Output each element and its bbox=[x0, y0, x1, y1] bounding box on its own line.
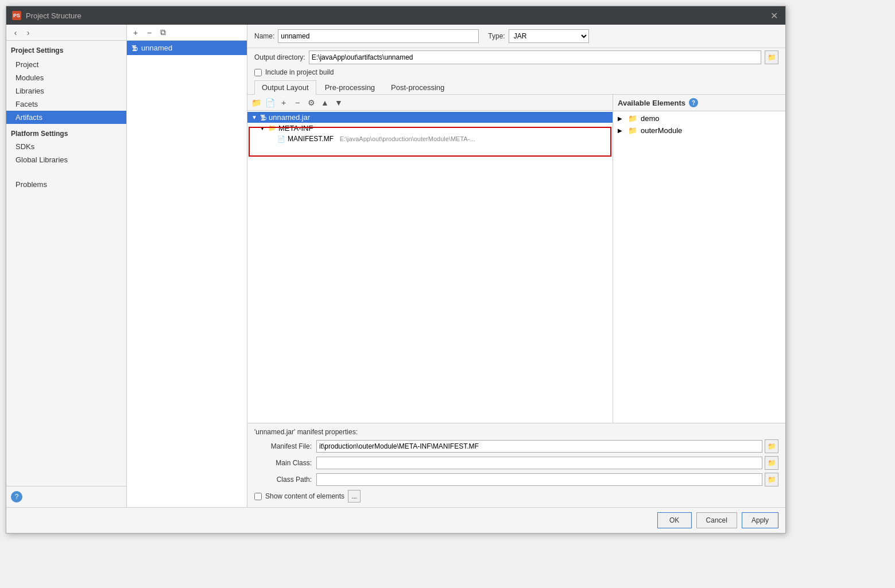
forward-button[interactable]: › bbox=[22, 27, 34, 38]
type-select[interactable]: JAR bbox=[509, 29, 589, 43]
type-field-row: Type: JAR bbox=[488, 29, 588, 43]
remove-artifact-button[interactable]: − bbox=[143, 26, 156, 39]
manifest-section: 'unnamed.jar' manifest properties: Manif… bbox=[247, 423, 785, 507]
show-content-checkbox[interactable] bbox=[254, 493, 262, 500]
cancel-button[interactable]: Cancel bbox=[696, 512, 737, 528]
dialog-title: Project Structure bbox=[26, 11, 82, 20]
main-class-row: 📁 bbox=[316, 456, 778, 470]
manifest-file-browse-button[interactable]: 📁 bbox=[765, 439, 778, 453]
name-input[interactable] bbox=[278, 29, 479, 43]
tab-pre-processing[interactable]: Pre-processing bbox=[317, 80, 382, 94]
sidebar-item-problems[interactable]: Problems bbox=[6, 178, 126, 191]
manifest-fields: Manifest File: 📁 Main Class: 📁 Class Pat… bbox=[254, 439, 778, 486]
dialog-footer: OK Cancel Apply bbox=[6, 507, 785, 533]
output-dir-row: Output directory: 📁 bbox=[247, 48, 785, 67]
create-dir-button[interactable]: 📁 bbox=[250, 96, 262, 109]
sidebar-item-artifacts[interactable]: Artifacts bbox=[6, 111, 126, 124]
available-item-outer-module[interactable]: ▶ 📁 outerModule bbox=[613, 124, 785, 137]
copy-artifact-button[interactable]: ⧉ bbox=[157, 26, 169, 39]
available-elements-list: ▶ 📁 demo ▶ 📁 outerModule bbox=[613, 111, 785, 423]
artifact-toolbar: + − ⧉ bbox=[127, 25, 247, 41]
manifest-section-title: 'unnamed.jar' manifest properties: bbox=[254, 428, 778, 436]
move-up-button[interactable]: ▲ bbox=[319, 96, 331, 109]
type-label: Type: bbox=[488, 32, 505, 40]
show-content-dots-button[interactable]: ... bbox=[348, 490, 361, 503]
manifest-file-row: 📁 bbox=[316, 439, 778, 453]
platform-settings-header: Platform Settings bbox=[6, 124, 126, 140]
artifact-jar-icon: 🗜 bbox=[131, 45, 138, 52]
add-artifact-button[interactable]: + bbox=[129, 26, 142, 39]
name-field-row: Name: bbox=[254, 29, 479, 43]
tabs-bar: Output Layout Pre-processing Post-proces… bbox=[247, 78, 785, 95]
create-file-button[interactable]: 📄 bbox=[264, 96, 276, 109]
output-dir-label: Output directory: bbox=[254, 53, 305, 61]
sidebar: ‹ › Project Settings Project Modules Lib… bbox=[6, 25, 127, 507]
class-path-label: Class Path: bbox=[254, 476, 312, 484]
close-button[interactable]: ✕ bbox=[768, 10, 780, 21]
sidebar-nav-bar: ‹ › bbox=[6, 25, 126, 41]
sidebar-item-sdks[interactable]: SDKs bbox=[6, 140, 126, 153]
include-in-build-checkbox[interactable] bbox=[254, 69, 262, 76]
title-bar-left: PS Project Structure bbox=[12, 11, 82, 20]
apply-button[interactable]: Apply bbox=[742, 512, 778, 528]
main-class-input[interactable] bbox=[316, 457, 762, 469]
demo-expand-icon: ▶ bbox=[618, 115, 625, 122]
output-tree-content: ▼ 🗜 unnamed.jar ▼ 📁 META-INF bbox=[247, 111, 613, 423]
outer-module-folder-icon: 📁 bbox=[628, 126, 637, 135]
name-label: Name: bbox=[254, 32, 274, 40]
sidebar-item-libraries[interactable]: Libraries bbox=[6, 84, 126, 98]
meta-inf-expand-icon: ▼ bbox=[259, 125, 266, 131]
sidebar-item-facets[interactable]: Facets bbox=[6, 98, 126, 111]
tree-item-manifest[interactable]: 📄 MANIFEST.MF E:\javaApp\out\production\… bbox=[247, 134, 613, 144]
main-class-browse-button[interactable]: 📁 bbox=[765, 456, 778, 470]
available-elements-header: Available Elements ? bbox=[613, 95, 785, 111]
artifact-item-unnamed[interactable]: 🗜 unnamed bbox=[127, 41, 247, 55]
available-panel: Available Elements ? ▶ 📁 demo ▶ 📁 outerM… bbox=[613, 95, 785, 423]
project-settings-header: Project Settings bbox=[6, 43, 126, 58]
sidebar-tree: Project Settings Project Modules Librari… bbox=[6, 41, 126, 486]
manifest-file-icon: 📄 bbox=[277, 135, 285, 143]
outer-module-expand-icon: ▶ bbox=[618, 127, 625, 134]
remove-element-button[interactable]: − bbox=[291, 96, 304, 109]
ok-button[interactable]: OK bbox=[657, 512, 692, 528]
show-content-label: Show content of elements bbox=[265, 492, 344, 500]
sidebar-item-project[interactable]: Project bbox=[6, 58, 126, 71]
title-bar: PS Project Structure ✕ bbox=[6, 6, 785, 25]
tree-item-jar-root[interactable]: ▼ 🗜 unnamed.jar bbox=[247, 112, 613, 123]
back-button[interactable]: ‹ bbox=[10, 27, 21, 38]
available-item-demo[interactable]: ▶ 📁 demo bbox=[613, 112, 785, 124]
artifact-list: 🗜 unnamed bbox=[127, 41, 247, 507]
main-panel: Name: Type: JAR Output directory: 📁 bbox=[247, 25, 785, 507]
main-class-label: Main Class: bbox=[254, 459, 312, 467]
class-path-browse-button[interactable]: 📁 bbox=[765, 473, 778, 486]
content-area: ‹ › Project Settings Project Modules Lib… bbox=[6, 25, 785, 507]
meta-inf-folder-icon: 📁 bbox=[268, 124, 276, 132]
project-structure-dialog: PS Project Structure ✕ ‹ › Project Setti… bbox=[6, 6, 786, 534]
output-tree-panel: 📁 📄 + − ⚙ ▲ ▼ ▼ bbox=[247, 95, 613, 423]
output-tree-toolbar: 📁 📄 + − ⚙ ▲ ▼ bbox=[247, 95, 613, 111]
tab-post-processing[interactable]: Post-processing bbox=[383, 80, 452, 94]
class-path-row: 📁 bbox=[316, 473, 778, 486]
available-help-button[interactable]: ? bbox=[689, 98, 698, 107]
jar-expand-icon: ▼ bbox=[251, 114, 258, 120]
class-path-input[interactable] bbox=[316, 473, 762, 486]
tab-output-layout[interactable]: Output Layout bbox=[254, 80, 316, 95]
show-content-row: Show content of elements ... bbox=[254, 490, 778, 503]
move-down-button[interactable]: ▼ bbox=[332, 96, 345, 109]
tree-item-meta-inf[interactable]: ▼ 📁 META-INF bbox=[247, 123, 613, 134]
demo-folder-icon: 📁 bbox=[628, 114, 637, 123]
sort-button[interactable]: ⚙ bbox=[305, 96, 317, 109]
include-in-build-label: Include in project build bbox=[265, 68, 334, 76]
manifest-file-label: Manifest File: bbox=[254, 442, 312, 450]
sidebar-item-modules[interactable]: Modules bbox=[6, 71, 126, 84]
jar-file-icon: 🗜 bbox=[260, 114, 266, 121]
app-icon: PS bbox=[12, 11, 21, 20]
help-button[interactable]: ? bbox=[11, 491, 22, 503]
output-dir-input[interactable] bbox=[309, 50, 761, 64]
output-dir-browse-button[interactable]: 📁 bbox=[765, 50, 778, 64]
add-element-button[interactable]: + bbox=[277, 96, 290, 109]
artifact-list-panel: + − ⧉ 🗜 unnamed bbox=[127, 25, 247, 507]
sidebar-bottom: ? bbox=[6, 486, 126, 507]
sidebar-item-global-libraries[interactable]: Global Libraries bbox=[6, 153, 126, 166]
manifest-file-input[interactable] bbox=[316, 440, 762, 453]
